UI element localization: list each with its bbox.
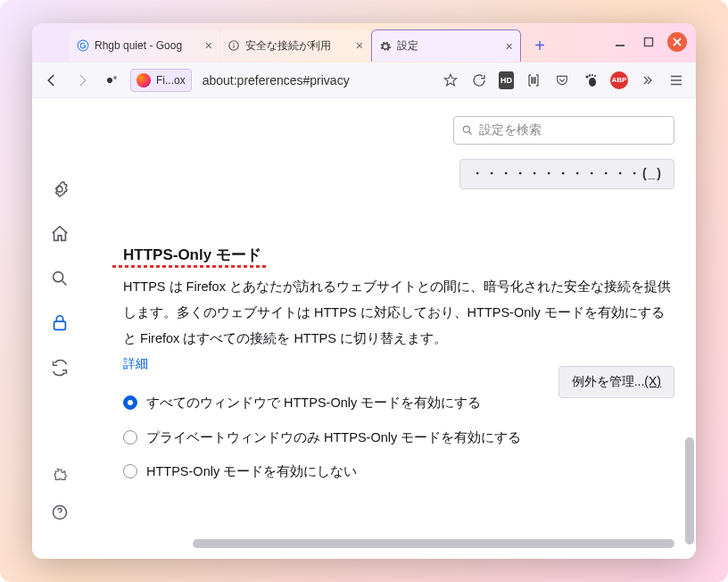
search-settings-input[interactable]: 設定を検索 [453, 116, 674, 145]
radio-icon [123, 430, 137, 445]
svg-point-7 [113, 76, 117, 79]
search-placeholder: 設定を検索 [479, 122, 542, 138]
sidebar-general-icon[interactable] [49, 179, 70, 200]
toolbar-actions: HD ABP [442, 71, 689, 89]
option-label: HTTPS-Only モードを有効にしない [146, 461, 357, 483]
option-label: プライベートウィンドウのみ HTTPS-Only モードを有効にする [146, 427, 521, 449]
https-only-section: HTTPS-Only モード HTTPS は Firefox とあなたが訪れるウ… [123, 245, 671, 483]
new-tab-button[interactable]: + [527, 33, 552, 58]
partial-button-above[interactable]: ・・・・・・・・・・・・(_) [459, 159, 674, 189]
tab-secure-connection[interactable]: 安全な接続が利用 × [220, 29, 370, 62]
browser-window: Rhgb quiet - Goog × 安全な接続が利用 × 設定 × + [32, 23, 696, 559]
tab-settings[interactable]: 設定 × [371, 29, 521, 62]
overflow-icon[interactable] [639, 71, 657, 89]
tab-label: 設定 [397, 38, 418, 54]
radio-icon [123, 395, 137, 410]
tab-google-search[interactable]: Rhgb quiet - Goog × [70, 29, 219, 62]
tab-close-icon[interactable]: × [506, 40, 513, 53]
matrix-icon[interactable] [525, 71, 542, 89]
manage-exceptions-button[interactable]: 例外を管理...(X) [558, 366, 674, 398]
section-heading: HTTPS-Only モード [123, 245, 261, 265]
sidebar-home-icon[interactable] [49, 223, 70, 245]
gnome-foot-icon[interactable] [582, 71, 600, 89]
back-button[interactable] [39, 68, 64, 93]
option-all-windows[interactable]: すべてのウィンドウで HTTPS-Only モードを有効にする [123, 392, 525, 414]
svg-rect-3 [233, 45, 234, 48]
svg-point-2 [233, 43, 235, 45]
firefox-icon [136, 73, 151, 87]
svg-rect-4 [616, 45, 625, 46]
tab-label: Rhgb quiet - Goog [95, 39, 182, 52]
menu-icon[interactable] [667, 71, 685, 89]
learn-more-link[interactable]: 詳細 [123, 356, 148, 372]
svg-point-10 [589, 74, 591, 76]
sidebar-privacy-icon[interactable] [49, 312, 70, 334]
identity-label: Fi...ox [156, 74, 186, 87]
preferences-content: 設定を検索 ・・・・・・・・・・・・(_) HTTPS-Only モード HTT… [32, 98, 696, 559]
google-icon [77, 39, 89, 52]
close-window-button[interactable] [667, 32, 687, 52]
option-label: すべてのウィンドウで HTTPS-Only モードを有効にする [146, 392, 481, 414]
sidebar-extensions-icon[interactable] [49, 464, 70, 486]
section-description: HTTPS は Firefox とあなたが訪れるウェブサイトとの間に、暗号化され… [123, 274, 671, 352]
hd-badge-icon[interactable]: HD [499, 71, 514, 89]
preferences-sidebar [32, 98, 87, 559]
gear-icon [379, 40, 392, 53]
svg-rect-14 [54, 321, 66, 329]
minimize-button[interactable] [610, 32, 630, 52]
maximize-button[interactable] [639, 32, 658, 52]
identity-box[interactable]: Fi...ox [130, 69, 192, 92]
radio-icon [123, 464, 137, 478]
sidebar-search-icon[interactable] [49, 268, 70, 289]
option-private-only[interactable]: プライベートウィンドウのみ HTTPS-Only モードを有効にする [123, 427, 525, 449]
option-disabled[interactable]: HTTPS-Only モードを有効にしない [123, 461, 525, 483]
info-icon [228, 39, 240, 52]
sidebar-sync-icon[interactable] [49, 357, 70, 378]
svg-point-8 [589, 78, 596, 87]
vertical-scrollbar[interactable] [685, 437, 694, 545]
tab-bar: Rhgb quiet - Goog × 安全な接続が利用 × 設定 × + [32, 23, 696, 62]
svg-point-13 [54, 272, 63, 282]
reload-icon[interactable] [470, 71, 488, 89]
tab-close-icon[interactable]: × [356, 39, 363, 52]
search-icon [461, 124, 474, 137]
window-controls [610, 32, 687, 52]
navigation-toolbar: Fi...ox about:preferences#privacy HD ABP [32, 62, 696, 98]
https-only-options: すべてのウィンドウで HTTPS-Only モードを有効にする プライベートウィ… [123, 392, 671, 483]
svg-rect-5 [645, 38, 653, 46]
abp-icon[interactable]: ABP [610, 71, 628, 89]
svg-point-6 [107, 78, 112, 83]
svg-point-16 [463, 126, 469, 132]
svg-point-9 [586, 75, 589, 78]
horizontal-scrollbar[interactable] [193, 539, 674, 548]
tab-close-icon[interactable]: × [205, 39, 212, 52]
url-text[interactable]: about:preferences#privacy [197, 73, 436, 87]
extension-icon[interactable] [100, 68, 125, 93]
tab-label: 安全な接続が利用 [245, 38, 331, 54]
bookmark-star-icon[interactable] [442, 71, 459, 89]
svg-point-12 [594, 75, 596, 77]
sidebar-help-icon[interactable] [49, 502, 70, 523]
preferences-main: 設定を検索 ・・・・・・・・・・・・(_) HTTPS-Only モード HTT… [87, 98, 696, 559]
pocket-icon[interactable] [553, 71, 571, 89]
forward-button[interactable] [70, 68, 95, 93]
svg-point-11 [592, 74, 593, 76]
